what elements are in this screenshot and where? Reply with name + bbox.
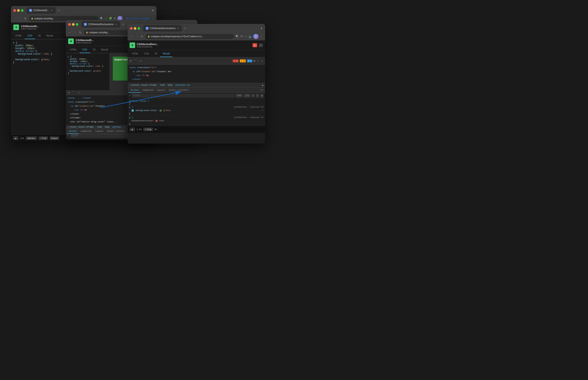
cp-tab-result-1[interactable]: Result (43, 33, 56, 39)
cp-tab-js-1[interactable]: JS (35, 33, 43, 39)
dt-add-btn-3[interactable]: + (252, 94, 255, 97)
win3-console-btn[interactable]: ▲ (129, 128, 135, 131)
forward-button-3[interactable]: → (135, 35, 139, 38)
share-icon-1[interactable]: ⬇ (114, 17, 116, 20)
new-tab-button-1[interactable]: + (56, 8, 61, 13)
browser-tab-1[interactable]: ✦ CSSNestedD... ✕ (27, 7, 55, 14)
dt-device-icon-3[interactable]: 📱 (133, 59, 138, 63)
dt-tab-events-2[interactable]: Event Listene... (105, 129, 130, 134)
minimize-button[interactable] (17, 9, 20, 12)
reload-button-2[interactable]: ↻ (78, 31, 82, 34)
dt-tab-styles-2[interactable]: Styles (67, 129, 79, 134)
dt-tab-layout-2[interactable]: Layout (93, 129, 105, 134)
tab-close-2[interactable]: ✕ (115, 23, 118, 26)
minimize-button-3[interactable] (134, 27, 136, 30)
maximize-button-3[interactable] (138, 27, 140, 30)
minimize-button-2[interactable] (72, 23, 74, 26)
more-icon-1[interactable]: ⋮ (151, 17, 154, 20)
forward-button-1[interactable]: → (18, 17, 22, 20)
search-lens-icon[interactable]: 🔍 (100, 17, 103, 20)
reload-button-3[interactable]: ↻ (140, 35, 144, 38)
dt-bc-1[interactable]: result.result-iframe. (69, 126, 94, 128)
cast-icon-3[interactable]: 📺 (249, 35, 252, 38)
cp-tab-css-2[interactable]: CSS (79, 47, 90, 53)
dt-rule-p-green3-header: p { yLmYEmZ?ano...ue&view=:35 (129, 106, 263, 109)
dt-tab-events-3[interactable]: Event Listeners (167, 88, 191, 93)
dt-more-3[interactable]: ⋮ (257, 59, 259, 63)
bookmark-icon-3[interactable]: ☆ (245, 35, 247, 38)
close-button-3[interactable] (130, 27, 132, 30)
dt-bc-sep-3: › (110, 126, 112, 128)
more-icon-3[interactable]: ⋮ (260, 35, 263, 38)
dt-cls-btn-3[interactable]: .cls (244, 94, 250, 97)
browser-tab-3[interactable]: ✦ CSSNestedDeclarations ✕ (143, 25, 182, 32)
back-button-2[interactable]: ← (68, 31, 72, 34)
cp-tab-html-2[interactable]: HTML (67, 47, 79, 53)
url-bar-3[interactable]: 🔒 codepen.io/sofiayem/pen/yLmYEmZ?editor… (146, 34, 234, 39)
back-button-1[interactable]: ← (13, 17, 17, 20)
dt-bc3-2[interactable]: html (160, 84, 165, 86)
cp-like-btn-3[interactable]: ♥ (253, 43, 257, 47)
browser-tab-2[interactable]: ✦ CSSNestedDeclarations ✕ (82, 21, 120, 28)
dt-tab-more-3[interactable]: >> (260, 88, 264, 93)
cp-console-btn-1[interactable]: ▲ (13, 136, 18, 140)
dt-bc3-1[interactable]: #result.result-iframe. (131, 84, 157, 86)
tab-close-1[interactable]: ✕ (50, 9, 53, 12)
dt-device-icon-2[interactable]: 📱 (72, 91, 76, 95)
dt-source-red3: yLmYEmZ?ano...ue&view=:33 (234, 116, 263, 119)
color-swatch-green3[interactable] (160, 110, 162, 112)
win3-fork-btn[interactable]: ⑂ Fork (143, 128, 153, 131)
cp-tab-html-3[interactable]: HTML (129, 51, 141, 57)
dt-tab-styles-3[interactable]: Styles (129, 88, 141, 93)
dt-box-btn-3[interactable]: □ (256, 94, 259, 97)
dt-bc3-3[interactable]: body (168, 84, 173, 86)
cp-menu-btn-3[interactable]: ≡ (259, 43, 263, 47)
cp-export-btn-1[interactable]: Export (50, 136, 59, 140)
dt-checkbox-green3[interactable] (131, 110, 134, 112)
dt-grid-btn-3[interactable]: ⊞ (260, 94, 263, 97)
tab-close-3[interactable]: ✕ (177, 27, 179, 30)
dt-tab-computed-2[interactable]: Computed (79, 129, 93, 134)
maximize-button-2[interactable] (76, 23, 78, 26)
cp-tab-css-3[interactable]: CSS (141, 51, 152, 57)
cp-tab-js-3[interactable]: JS (152, 51, 160, 57)
new-tab-button-3[interactable]: + (183, 26, 187, 31)
dt-more-icon-3[interactable]: » (139, 59, 142, 63)
cp-tab-result-3[interactable]: Result (160, 51, 172, 57)
dt-bc-3[interactable]: body (105, 126, 110, 128)
dt-bc-2[interactable]: html (97, 126, 102, 128)
close-button-2[interactable] (68, 23, 71, 26)
new-tab-button-2[interactable]: + (121, 22, 126, 27)
dt-hov-btn-3[interactable]: :hov (236, 94, 242, 97)
dt-tab-layout-3[interactable]: Layout (155, 88, 167, 93)
accessibility-icon-3[interactable]: 👁 (240, 35, 243, 38)
puzzle-icon-1[interactable]: 🧩 (109, 17, 112, 20)
dt-close-3[interactable]: ✕ (260, 59, 263, 63)
dt-tab-computed-3[interactable]: Computed (141, 88, 155, 93)
bookmark-icon-1[interactable]: ☆ (105, 17, 107, 20)
cp-fork-btn-1[interactable]: ⑂ Fork (38, 136, 48, 140)
avatar-3[interactable]: S (253, 34, 258, 39)
back-button-3[interactable]: ← (130, 35, 133, 38)
dt-cursor-icon-3[interactable]: ⊕ (129, 59, 132, 63)
dt-cursor-icon-2[interactable]: ⊕ (67, 91, 70, 95)
dt-filter-input-3[interactable] (132, 94, 234, 97)
dt-rule-p-red-3: p { yLmYEmZ?ano...ue&view=:33 background… (128, 116, 265, 126)
cp-tab-result-2[interactable]: Result (98, 47, 111, 53)
search-icon-3[interactable]: 🔍 (236, 35, 239, 38)
cp-collection-btn-1[interactable]: ollection (26, 136, 37, 140)
close-button[interactable] (13, 9, 16, 12)
dt-more-icon-2[interactable]: » (77, 91, 80, 94)
forward-button-2[interactable]: → (73, 31, 77, 34)
cp-tab-css-1[interactable]: CSS (25, 33, 35, 39)
window-menu-3[interactable]: ▼ (260, 27, 263, 30)
color-swatch-red3[interactable] (156, 120, 157, 122)
maximize-button[interactable] (21, 9, 23, 12)
window-menu-1[interactable]: ▼ (151, 9, 154, 12)
cp-tab-js-2[interactable]: JS (90, 47, 98, 53)
dt-add-prop-btn-3[interactable]: + (262, 109, 263, 113)
cp-editor-2[interactable]: p { width: 100px; height: 100px; @media … (66, 54, 110, 90)
dt-settings-3[interactable]: ⚙ (254, 59, 255, 63)
reload-button-1[interactable]: ↻ (24, 17, 27, 20)
cp-tab-html-1[interactable]: HTML (13, 33, 25, 39)
